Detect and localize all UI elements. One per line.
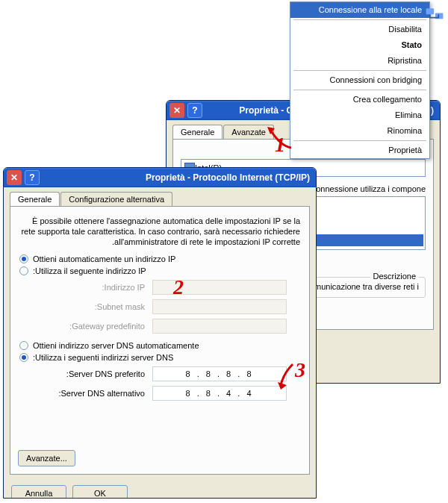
annotation-2: 2	[173, 275, 184, 299]
arrow-1-icon	[266, 125, 296, 151]
dns1-label: Server DNS preferito:	[33, 369, 145, 378]
ctx-item-repair[interactable]: Ripristina	[290, 53, 429, 69]
ctx-item-shortcut[interactable]: Crea collegamento	[290, 92, 429, 107]
close-icon[interactable]: ✕	[169, 103, 184, 118]
tcpip-titlebar: ✕ ? Proprietà - Protocollo Internet (TCP…	[4, 168, 316, 187]
tcpip-properties-window: ✕ ? Proprietà - Protocollo Internet (TCP…	[3, 167, 317, 499]
dns1-input[interactable]: 8 . 8 . 8 . 8	[152, 366, 287, 381]
tab-general[interactable]: Generale	[172, 125, 223, 139]
mask-input	[152, 299, 287, 314]
description-legend: Descrizione	[370, 272, 419, 281]
ctx-item-rename[interactable]: Rinomina	[290, 123, 429, 139]
context-menu: Connessione alla rete locale Disabilita …	[290, 1, 430, 159]
radio-manual-dns[interactable]	[19, 353, 28, 362]
ok-button[interactable]: OK	[72, 485, 128, 499]
gateway-input	[152, 319, 287, 334]
tcpip-pane: È possibile ottenere l'assegnazione auto…	[10, 206, 310, 475]
dns2-input[interactable]: 4 . 4 . 8 . 8	[152, 386, 287, 401]
radio-auto-ip[interactable]	[19, 254, 28, 263]
gateway-label: Gateway predefinito:	[33, 322, 145, 331]
ctx-item-bridge[interactable]: Connessioni con bridging	[290, 72, 429, 88]
help-icon[interactable]: ?	[25, 170, 40, 185]
tab-general[interactable]: Generale	[10, 192, 60, 206]
radio-manual-dns-label: Utilizza i seguenti indirizzi server DNS…	[33, 353, 173, 362]
radio-auto-ip-label: Ottieni automaticamente un indirizzo IP	[33, 254, 175, 263]
ip-input	[152, 280, 287, 295]
ctx-item-disable[interactable]: Disabilita	[290, 22, 429, 37]
mask-label: Subnet mask:	[33, 302, 145, 311]
radio-manual-ip[interactable]	[19, 266, 28, 275]
ip-label: Indirizzo IP:	[33, 283, 145, 292]
ctx-item-status[interactable]: Stato	[290, 37, 429, 53]
arrow-3-icon	[276, 363, 297, 390]
ctx-item-delete[interactable]: Elimina	[290, 107, 429, 123]
cancel-button[interactable]: Annulla	[11, 485, 66, 499]
advanced-button[interactable]: Avanzate...	[18, 450, 75, 466]
ctx-item-title[interactable]: Connessione alla rete locale	[290, 2, 429, 18]
radio-auto-dns[interactable]	[19, 341, 28, 350]
svg-rect-0	[426, 8, 435, 14]
dns2-label: Server DNS alternativo:	[33, 389, 145, 398]
tcpip-description: È possibile ottenere l'assegnazione auto…	[19, 216, 300, 247]
tab-alt[interactable]: Configurazione alternativa	[60, 192, 172, 206]
tcpip-title: Proprietà - Protocollo Internet (TCP/IP)	[43, 172, 313, 183]
network-icon	[424, 4, 445, 25]
close-icon[interactable]: ✕	[7, 170, 22, 185]
radio-manual-ip-label: Utilizza il seguente indirizzo IP:	[33, 266, 146, 275]
radio-auto-dns-label: Ottieni indirizzo server DNS automaticam…	[33, 341, 199, 350]
help-icon[interactable]: ?	[187, 103, 202, 118]
ctx-item-properties[interactable]: Proprietà	[290, 143, 429, 158]
